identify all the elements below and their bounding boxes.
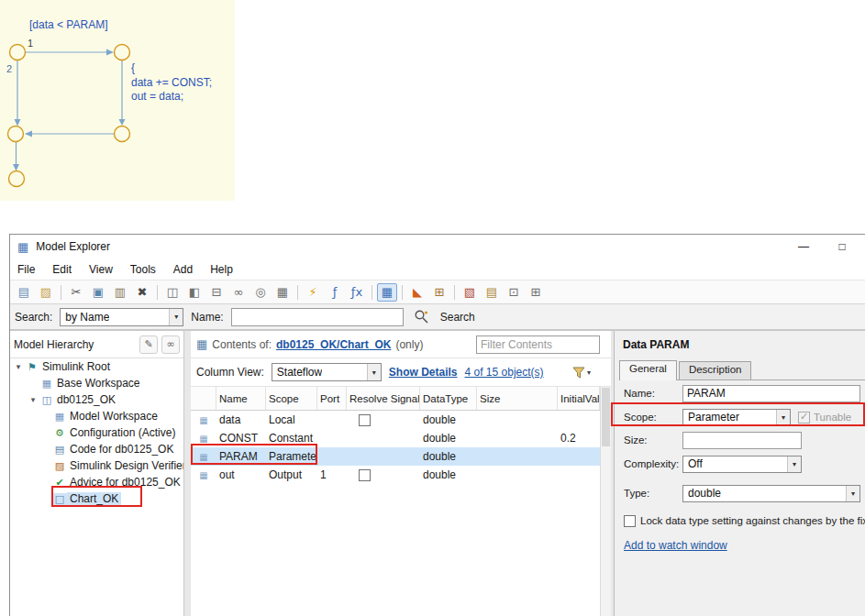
column-header-port[interactable]: Port (317, 387, 347, 410)
title-bar[interactable]: ▦ Model Explorer — □ (10, 235, 865, 258)
tree-item-advice-for-db0125-ok[interactable]: ✔Advice for db0125_OK (10, 474, 183, 490)
table-row-out[interactable]: ▦outOutput1double (191, 466, 600, 484)
cut-icon[interactable]: ✂ (66, 283, 86, 302)
cell-initialvalue (558, 466, 600, 484)
junction-2[interactable] (115, 45, 130, 60)
transition-action-line2: out = data; (131, 90, 183, 103)
junction-4[interactable] (115, 126, 130, 142)
expand-triangle-icon[interactable]: ▾ (27, 395, 39, 404)
column-header-resolve-signal[interactable]: Resolve Signal (347, 387, 420, 410)
table-row-param[interactable]: ▦PARAMParameterdouble (191, 447, 600, 466)
chevron-down-icon: ▾ (787, 456, 801, 472)
object-count-link[interactable]: 4 of 15 object(s) (465, 366, 544, 379)
tree-item-configuration-active[interactable]: ⚙Configuration (Active) (10, 424, 183, 441)
transition-number-2: 2 (6, 63, 12, 74)
add-to-watch-link[interactable]: Add to watch window (624, 539, 727, 552)
menu-file[interactable]: File (17, 263, 35, 276)
contents-target-link[interactable]: db0125_OK/Chart_OK (276, 338, 391, 351)
complexity-dropdown[interactable]: Off ▾ (682, 456, 802, 473)
menu-edit[interactable]: Edit (52, 263, 72, 276)
copy-icon[interactable]: ▣ (88, 283, 108, 302)
search-button[interactable] (411, 307, 433, 327)
grid-view-icon[interactable]: ▦ (272, 283, 293, 302)
cell-datatype: double (420, 466, 477, 484)
expand-triangle-icon[interactable]: ▾ (12, 362, 25, 371)
dialog-pane-icon[interactable]: ◧ (184, 283, 205, 302)
link-icon[interactable]: ∞ (228, 283, 249, 302)
tree-item-base-workspace[interactable]: ▦Base Workspace (10, 375, 183, 391)
menu-tools[interactable]: Tools (130, 263, 156, 276)
edit-icon[interactable]: ✎ (139, 336, 158, 354)
open-system-icon[interactable]: ▤ (482, 283, 502, 302)
search-name-input[interactable] (231, 308, 404, 326)
tree-item-chart-ok[interactable]: □Chart_OK (10, 490, 183, 507)
minimize-button[interactable]: — (783, 235, 824, 258)
chevron-down-icon: ▾ (776, 410, 790, 425)
paste-icon[interactable]: ▥ (110, 283, 130, 302)
add-data-icon[interactable]: ƒ (325, 283, 345, 302)
junction-5[interactable] (9, 171, 25, 187)
filter-contents-input[interactable] (476, 336, 600, 354)
tree-item-model-workspace[interactable]: ▦Model Workspace (10, 408, 183, 424)
matlab-arrow-icon[interactable]: ◣ (407, 283, 427, 302)
tree-item-simulink-root[interactable]: ▾⚑Simulink Root (10, 358, 183, 375)
menu-view[interactable]: View (89, 263, 113, 276)
type-combobox[interactable]: double ▾ (682, 485, 860, 502)
contents-header: ▦ Contents of: db0125_OK/Chart_OK (only) (191, 331, 611, 358)
new-model-icon[interactable]: ▤ (14, 283, 34, 302)
chevron-down-icon: ▾ (169, 309, 183, 325)
left-splitter[interactable] (184, 331, 191, 616)
filter-options-button[interactable]: ▾ (572, 367, 591, 379)
scope-dropdown[interactable]: Parameter ▾ (682, 409, 791, 426)
tab-description[interactable]: Description (679, 361, 752, 380)
window-title: Model Explorer (36, 240, 110, 253)
model-hierarchy-title: Model Hierarchy (14, 338, 94, 351)
tab-general[interactable]: General (619, 360, 677, 380)
search-results-pane-icon[interactable]: ⊟ (206, 283, 227, 302)
cell-name: CONST (216, 429, 266, 447)
tree-item-simulink-design-verifier[interactable]: ▨Simulink Design Verifier (10, 457, 183, 474)
compare-icon[interactable]: ◎ (250, 283, 271, 302)
column-header-initialvalu[interactable]: InitialValu (558, 387, 600, 410)
column-header-datatype[interactable]: DataType (420, 387, 477, 410)
paste-config-icon[interactable]: ⊞ (526, 283, 546, 302)
table-row-data[interactable]: ▦dataLocaldouble (191, 411, 600, 429)
resolve-signal-checkbox[interactable] (359, 414, 371, 426)
check-icon: ✔ (52, 477, 67, 489)
column-header-size[interactable]: Size (477, 387, 558, 410)
highlight-block-icon[interactable]: ▧ (460, 283, 480, 302)
junction-1[interactable] (10, 45, 26, 60)
name-field[interactable] (682, 385, 860, 402)
resolve-signal-checkbox[interactable] (359, 469, 371, 481)
column-view-dropdown[interactable]: Stateflow ▾ (272, 363, 382, 381)
column-header-scope[interactable]: Scope (266, 387, 317, 410)
open-model-icon[interactable]: ▨ (36, 283, 56, 302)
copy-config-icon[interactable]: ⊡ (504, 283, 524, 302)
model-browser-pane-icon[interactable]: ◫ (162, 283, 183, 302)
search-mode-dropdown[interactable]: by Name ▾ (60, 308, 183, 326)
menu-help[interactable]: Help (210, 263, 233, 276)
table-row-const[interactable]: ▦CONSTConstantdouble0.2 (191, 429, 600, 447)
maximize-button[interactable]: □ (822, 235, 862, 258)
size-label: Size: (624, 434, 682, 446)
stateflow-chart: [data < PARAM] 1 2 { data += CONST; out … (0, 0, 235, 201)
tunable-checkbox[interactable] (798, 412, 810, 424)
delete-icon[interactable]: ✖ (132, 283, 152, 302)
menu-add[interactable]: Add (173, 263, 193, 276)
column-view-icon[interactable]: ▦ (377, 283, 397, 302)
toolbar-separator (61, 285, 61, 300)
junction-3[interactable] (8, 126, 24, 142)
stateflow-canvas[interactable]: [data < PARAM] 1 2 { data += CONST; out … (0, 0, 235, 201)
search-text[interactable]: Search (440, 311, 475, 324)
binocular-icon[interactable]: ∞ (161, 336, 180, 354)
column-header-name[interactable]: Name (216, 387, 266, 410)
tree-item-db0125-ok[interactable]: ▾◫db0125_OK (10, 391, 183, 408)
layout-options-icon[interactable]: ⊞ (429, 283, 449, 302)
show-details-link[interactable]: Show Details (389, 366, 458, 379)
size-field[interactable] (682, 432, 802, 449)
add-event-icon[interactable]: ⚡ (303, 283, 323, 302)
lock-datatype-checkbox[interactable] (624, 515, 636, 527)
column-view-label: Column View: (196, 366, 264, 379)
tree-item-code-for-db0125-ok[interactable]: ▤Code for db0125_OK (10, 441, 183, 457)
add-function-icon[interactable]: ƒx (347, 283, 367, 302)
